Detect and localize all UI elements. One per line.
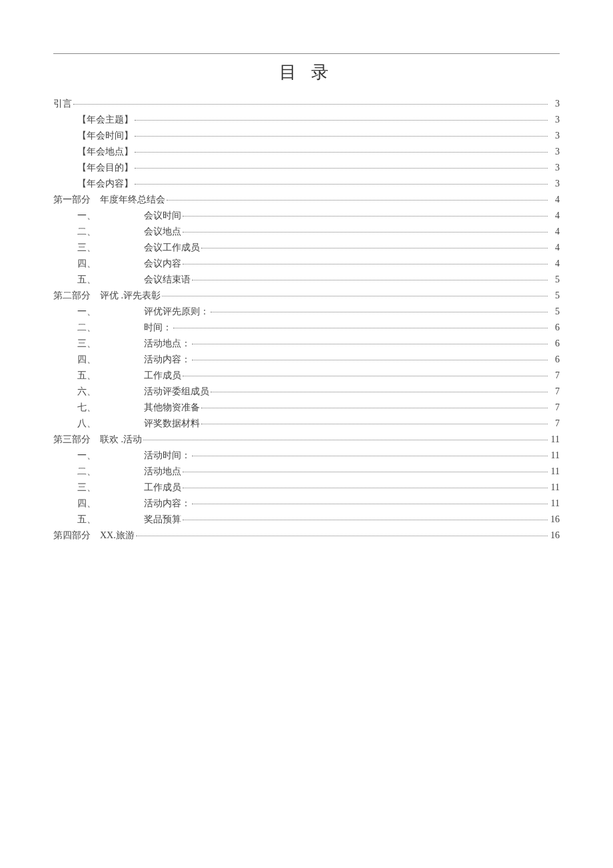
toc-dot-leader — [135, 184, 548, 185]
toc-entry-label: 会议结束语 — [144, 275, 191, 284]
toc-entry-prefix: 二、 — [53, 227, 144, 236]
toc-dot-leader — [192, 344, 548, 344]
toc-entry-prefix: 三、 — [53, 243, 144, 252]
toc-entry-label: 会议地点 — [144, 227, 181, 236]
toc-entry-prefix: 五、 — [53, 371, 144, 380]
toc-dot-leader — [201, 408, 548, 408]
toc-entry[interactable]: 【年会目的】3 — [53, 160, 560, 176]
toc-entry[interactable]: 第三部分联欢 .活动11 — [53, 432, 560, 448]
toc-entry[interactable]: 二、会议地点4 — [53, 224, 560, 240]
toc-entry[interactable]: 第二部分评优 .评先表彰5 — [53, 288, 560, 304]
toc-entry-page-number: 16 — [549, 515, 560, 524]
toc-entry[interactable]: 三、工作成员11 — [53, 480, 560, 496]
toc-entry-label: 活动时间： — [144, 451, 191, 460]
toc-dot-leader — [135, 120, 548, 121]
toc-dot-leader — [192, 360, 548, 360]
toc-entry-label: 活动地点： — [144, 339, 191, 348]
toc-entry-prefix: 七、 — [53, 403, 144, 412]
toc-entry-label: 时间： — [144, 323, 172, 332]
toc-entry-label: 评优评先原则： — [144, 307, 209, 316]
toc-entry[interactable]: 三、会议工作成员4 — [53, 240, 560, 256]
toc-title: 目 录 — [53, 61, 560, 84]
toc-entry-page-number: 7 — [549, 371, 560, 380]
toc-dot-leader — [183, 376, 548, 376]
toc-entry[interactable]: 【年会时间】3 — [53, 128, 560, 144]
toc-entry-page-number: 11 — [549, 483, 560, 492]
toc-entry[interactable]: 五、奖品预算16 — [53, 512, 560, 528]
toc-entry-page-number: 7 — [549, 403, 560, 412]
toc-entry-prefix: 一、 — [53, 211, 144, 220]
toc-entry-page-number: 3 — [549, 147, 560, 157]
toc-entry-page-number: 3 — [549, 163, 560, 173]
toc-entry[interactable]: 【年会主题】3 — [53, 112, 560, 128]
toc-entry[interactable]: 四、活动内容：11 — [53, 496, 560, 512]
toc-entry-label: 会议时间 — [144, 211, 181, 220]
toc-entry[interactable]: 一、评优评先原则：5 — [53, 304, 560, 320]
toc-entry-label: XX.旅游 — [100, 531, 135, 540]
toc-entry-page-number: 11 — [549, 467, 560, 476]
toc-entry-label: 活动内容： — [144, 499, 191, 508]
toc-entry-prefix: 四、 — [53, 355, 144, 364]
toc-entry-page-number: 5 — [549, 307, 560, 316]
toc-entry[interactable]: 第四部分XX.旅游16 — [53, 528, 560, 544]
toc-entry[interactable]: 五、会议结束语5 — [53, 272, 560, 288]
toc-entry-label: 工作成员 — [144, 483, 181, 492]
toc-entry-page-number: 7 — [549, 387, 560, 396]
toc-entry-page-number: 5 — [549, 291, 560, 300]
table-of-contents: 引言3【年会主题】3【年会时间】3【年会地点】3【年会目的】3【年会内容】3第一… — [53, 96, 560, 544]
toc-entry-prefix: 六、 — [53, 387, 144, 396]
toc-entry[interactable]: 二、活动地点11 — [53, 464, 560, 480]
toc-dot-leader — [211, 392, 548, 392]
toc-entry-label: 【年会地点】 — [53, 147, 133, 157]
toc-entry[interactable]: 一、会议时间4 — [53, 208, 560, 224]
toc-dot-leader — [143, 440, 548, 440]
toc-entry[interactable]: 引言3 — [53, 96, 560, 112]
toc-entry-label: 引言 — [53, 99, 72, 109]
toc-entry-label: 奖品预算 — [144, 515, 181, 524]
toc-entry[interactable]: 三、活动地点：6 — [53, 336, 560, 352]
toc-entry-page-number: 4 — [549, 195, 560, 205]
toc-entry-label: 【年会主题】 — [53, 115, 133, 125]
toc-dot-leader — [183, 520, 548, 520]
toc-entry-prefix: 五、 — [53, 515, 144, 524]
toc-entry-label: 活动评委组成员 — [144, 387, 209, 396]
toc-entry[interactable]: 五、工作成员7 — [53, 368, 560, 384]
toc-entry-page-number: 4 — [549, 243, 560, 252]
toc-entry-label: 其他物资准备 — [144, 403, 200, 412]
toc-entry-label: 会议工作成员 — [144, 243, 200, 252]
toc-entry-prefix: 第三部分 — [53, 435, 91, 444]
toc-dot-leader — [162, 296, 548, 296]
toc-entry[interactable]: 一、活动时间：11 — [53, 448, 560, 464]
toc-dot-leader — [136, 536, 548, 536]
toc-entry-page-number: 3 — [549, 131, 560, 141]
toc-entry-label: 活动内容： — [144, 355, 191, 364]
toc-dot-leader — [73, 104, 548, 105]
toc-entry[interactable]: 四、会议内容4 — [53, 256, 560, 272]
toc-dot-leader — [135, 168, 548, 169]
toc-entry-page-number: 3 — [549, 179, 560, 189]
toc-entry[interactable]: 【年会内容】3 — [53, 176, 560, 192]
toc-entry-prefix: 五、 — [53, 275, 144, 284]
toc-entry-page-number: 11 — [549, 451, 560, 460]
toc-entry[interactable]: 四、活动内容：6 — [53, 352, 560, 368]
toc-entry[interactable]: 八、评奖数据材料7 — [53, 416, 560, 432]
toc-entry-prefix: 第四部分 — [53, 531, 91, 540]
toc-entry-prefix: 一、 — [53, 451, 144, 460]
toc-entry[interactable]: 第一部分年度年终总结会4 — [53, 192, 560, 208]
toc-dot-leader — [183, 488, 548, 488]
toc-entry-page-number: 3 — [549, 115, 560, 125]
toc-entry-prefix: 三、 — [53, 339, 144, 348]
toc-entry-label: 【年会时间】 — [53, 131, 133, 141]
toc-dot-leader — [192, 504, 548, 504]
toc-entry[interactable]: 【年会地点】3 — [53, 144, 560, 160]
toc-entry-label: 活动地点 — [144, 467, 181, 476]
toc-entry[interactable]: 六、活动评委组成员7 — [53, 384, 560, 400]
toc-entry[interactable]: 二、时间：6 — [53, 320, 560, 336]
toc-entry-page-number: 4 — [549, 211, 560, 220]
toc-dot-leader — [183, 216, 548, 217]
toc-entry-label: 评奖数据材料 — [144, 419, 200, 428]
toc-entry-page-number: 11 — [549, 435, 560, 444]
toc-entry[interactable]: 七、其他物资准备7 — [53, 400, 560, 416]
toc-entry-page-number: 3 — [549, 99, 560, 109]
toc-entry-label: 【年会内容】 — [53, 179, 133, 189]
